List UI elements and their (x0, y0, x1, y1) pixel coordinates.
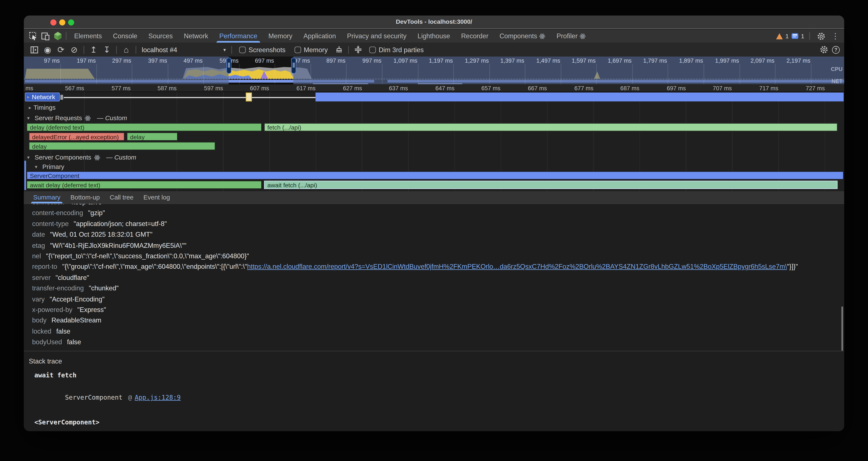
issues-icon[interactable] (792, 33, 798, 39)
panel-tab[interactable]: Network (178, 29, 214, 42)
panel-tabs: Elements Console (68, 29, 591, 42)
timeline-entry[interactable]: ServerComponent (27, 171, 843, 180)
checkbox-box[interactable] (294, 46, 301, 53)
network-wire (64, 97, 315, 98)
tabbar-right-controls: 1 1 ⋮ (776, 31, 844, 42)
triangle-down-icon: ▾ (27, 154, 30, 160)
details-tab[interactable]: Call tree (105, 191, 138, 203)
panel-tab[interactable]: Profiler (551, 29, 591, 42)
server-components-row2: await delay (deferred text)await fetch (… (24, 181, 844, 190)
header-row: x-powered-by "Express" (24, 305, 844, 315)
header-row: transfer-encoding "chunked" (24, 283, 844, 294)
ruler-tick: 687 ms (606, 84, 640, 92)
record-icon[interactable]: ◉ (41, 44, 54, 55)
screenshots-checkbox[interactable]: Screenshots (239, 46, 285, 54)
checkbox-box[interactable] (369, 46, 376, 53)
ruler-tick: 717 ms (745, 84, 778, 92)
toggle-sidebar-icon[interactable] (28, 44, 40, 55)
dim-3rd-parties-checkbox[interactable]: Dim 3rd parties (369, 46, 424, 54)
timings-track[interactable]: ▸ Timings (24, 103, 844, 112)
panel-settings-gear-icon[interactable] (817, 44, 830, 55)
flamechart-tracks[interactable]: ▸ Network ▸ Timings ▾ Server Requests (24, 92, 844, 191)
warning-icon[interactable] (776, 33, 782, 39)
network-request-bar[interactable] (315, 93, 844, 102)
timeline-overview[interactable]: 97 ms 197 ms 297 ms 397 ms 497 ms 597 ms… (24, 56, 844, 84)
panel-tab[interactable]: Application (298, 29, 342, 42)
timeline-entry[interactable]: await delay (deferred text) (27, 181, 262, 189)
timeline-entry[interactable]: delay (deferred text) (27, 123, 262, 131)
profile-select[interactable]: localhost #4 ▾ (142, 46, 226, 54)
frame-source-link[interactable]: App.js:128:9 (135, 394, 181, 401)
triangle-right-icon: ▸ (27, 93, 30, 101)
panel-tab[interactable]: Console (107, 29, 143, 42)
more-options-icon[interactable]: ⋮ (830, 32, 841, 40)
settings-gear-icon[interactable] (815, 31, 827, 42)
server-requests-row1: delay (deferred text)fetch (.../api) (24, 123, 844, 132)
panel-tab[interactable]: Elements (68, 29, 107, 42)
primary-subtrack-header[interactable]: ▾ Primary (24, 162, 844, 171)
panel-tab[interactable]: Privacy and security (342, 29, 412, 42)
server-requests-track-header[interactable]: ▾ Server Requests — Custom (24, 114, 844, 122)
devtools-window: DevTools - localhost:3000/ (24, 16, 844, 431)
ruler-tick: 587 ms (143, 84, 177, 92)
frame-function: ServerComponent (65, 392, 128, 403)
header-key: locked (32, 326, 51, 337)
stack-frame-title: await fetch (24, 370, 844, 381)
memory-checkbox[interactable]: Memory (294, 46, 328, 54)
panel-tab[interactable]: Recorder (456, 29, 494, 42)
ruler-tick: ms (24, 84, 33, 92)
ruler-tick: 627 ms (329, 84, 362, 92)
selection-drag-handle[interactable] (291, 58, 296, 74)
home-icon[interactable]: ⌂ (120, 44, 132, 55)
custom-track-suffix: — Custom (97, 115, 127, 121)
server-components-track-header[interactable]: ▾ Server Components — Custom (24, 153, 844, 162)
header-key: body (32, 316, 46, 326)
details-tab[interactable]: Summary (28, 191, 65, 203)
panel-tab[interactable]: Memory (263, 29, 298, 42)
issues-count[interactable]: 1 (801, 33, 804, 39)
reload-and-record-icon[interactable]: ⟳ (55, 44, 67, 55)
header-key: connection (32, 204, 64, 208)
react-atom-icon (580, 33, 586, 39)
details-tab[interactable]: Event log (138, 191, 175, 203)
timeline-entry[interactable]: await fetch (.../api) (264, 181, 837, 189)
timeline-entry[interactable]: delay (29, 142, 215, 150)
report-to-url-link[interactable]: https://a.nel.cloudflare.com/report/v4?s… (247, 263, 787, 270)
scrollbar-thumb[interactable] (841, 307, 843, 351)
timings-track-label: Timings (34, 104, 56, 111)
net-label: NET (832, 78, 843, 84)
garbage-collect-icon[interactable] (333, 44, 345, 55)
collapse-sections-icon[interactable] (352, 44, 364, 55)
panel-tab[interactable]: Lighthouse (412, 29, 456, 42)
panel-tab[interactable]: Components (494, 29, 551, 42)
clear-icon[interactable]: ⊘ (68, 44, 80, 55)
panel-tab[interactable]: Performance (214, 29, 263, 42)
header-key: report-to (32, 262, 57, 272)
warning-count[interactable]: 1 (785, 33, 789, 39)
device-toolbar-icon[interactable] (39, 31, 52, 42)
ruler-tick: 657 ms (467, 84, 500, 92)
react-atom-icon (94, 154, 100, 161)
details-tab[interactable]: Bottom-up (65, 191, 105, 203)
track-grip-icon[interactable] (60, 95, 63, 99)
inspect-element-icon[interactable] (27, 31, 39, 42)
download-profile-icon[interactable]: ↧ (101, 44, 113, 55)
help-icon[interactable]: ? (832, 46, 840, 54)
panel-tab[interactable]: Sources (143, 29, 178, 42)
chevron-down-icon: ▾ (223, 47, 226, 52)
timeline-entry[interactable]: delay (127, 132, 178, 141)
timeline-entry[interactable]: fetch (.../api) (264, 123, 837, 131)
timeline-entry[interactable]: delayedError (...ayed exception) (29, 132, 125, 141)
triangle-right-icon: ▸ (29, 105, 31, 110)
stack-frame: App@App.js:190:16 (24, 428, 844, 431)
selected-request-marker[interactable] (246, 93, 252, 102)
ruler-tick: 607 ms (236, 84, 269, 92)
react-devtools-gem-icon (52, 31, 64, 42)
divider (231, 46, 232, 54)
network-track-header[interactable]: ▸ Network (25, 93, 60, 102)
selection-drag-handle[interactable] (226, 58, 231, 74)
window-title: DevTools - localhost:3000/ (24, 16, 844, 29)
upload-profile-icon[interactable]: ↥ (88, 44, 100, 55)
checkbox-box[interactable] (239, 46, 246, 53)
header-value: "Express" (77, 305, 106, 315)
